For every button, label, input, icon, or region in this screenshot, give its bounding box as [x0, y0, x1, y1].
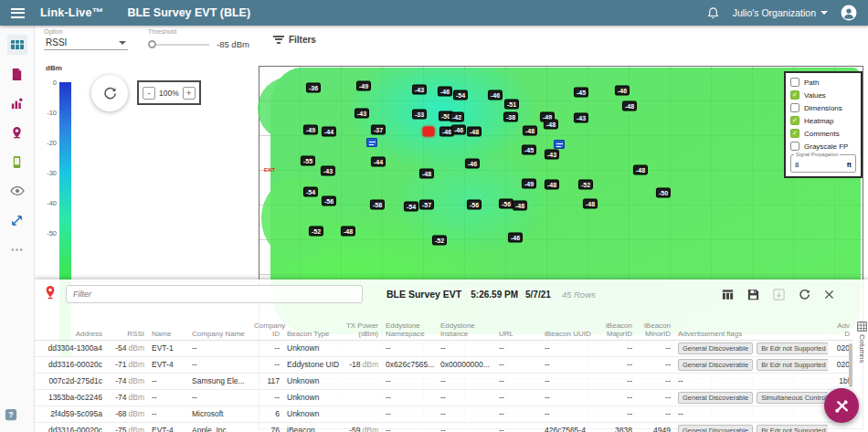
rssi-marker[interactable]: -56	[322, 196, 336, 206]
sidebar-item-discovery-eye[interactable]	[7, 181, 27, 201]
rssi-marker[interactable]: -46	[438, 87, 452, 97]
rssi-marker[interactable]: -42	[450, 112, 464, 122]
checkbox-unchecked-icon[interactable]	[790, 78, 799, 87]
save-icon[interactable]	[746, 288, 760, 301]
filters-button[interactable]: Filters	[273, 34, 316, 45]
columns-side-tab[interactable]: Columns	[857, 321, 867, 364]
legend-item-values[interactable]: ✓Values	[790, 90, 856, 100]
rssi-marker[interactable]: -48	[467, 127, 482, 137]
zoom-in-button[interactable]: +	[183, 87, 196, 100]
brand-logo[interactable]: Link-Live™	[40, 6, 103, 19]
rssi-marker[interactable]: -54	[303, 187, 318, 197]
sidebar-item-speedtest-arrows[interactable]	[7, 210, 27, 230]
rssi-marker[interactable]: -58	[370, 200, 385, 210]
sidebar-item-more[interactable]	[7, 239, 27, 259]
table-filter-input[interactable]	[66, 285, 363, 303]
checkbox-unchecked-icon[interactable]	[790, 142, 799, 151]
legend-item-heatmap[interactable]: ✓Heatmap	[790, 116, 856, 125]
column-header-company_name[interactable]: Company Name	[188, 309, 250, 340]
vertical-scrollbar-thumb[interactable]	[849, 343, 852, 387]
legend-item-dimensions[interactable]: Dimensions	[790, 103, 856, 112]
rssi-marker[interactable]: -48	[583, 199, 598, 209]
column-header-eddystone_namespace[interactable]: Eddystone Namespace	[382, 309, 437, 340]
rssi-marker[interactable]: -37	[371, 125, 386, 135]
rssi-marker[interactable]: -48	[544, 120, 558, 130]
comment-marker[interactable]	[554, 140, 565, 149]
table-row[interactable]: dd3316-00020c-71dBmEVT-4----Eddystone UI…	[35, 356, 853, 373]
threshold-slider-track[interactable]	[156, 44, 209, 46]
rssi-marker[interactable]: -44	[322, 127, 336, 137]
rssi-marker[interactable]: -43	[321, 166, 335, 176]
column-header-ibeacon_uuid[interactable]: iBeacon UUID	[541, 309, 596, 340]
rssi-marker[interactable]: -46	[615, 86, 630, 96]
notifications-bell-icon[interactable]	[706, 6, 720, 20]
rssi-marker[interactable]: -33	[412, 110, 427, 120]
sidebar-item-results-file[interactable]	[7, 64, 27, 84]
column-header-name[interactable]: Name	[148, 309, 188, 340]
rssi-marker[interactable]: -43	[355, 109, 369, 119]
signal-propagation-input[interactable]: 8	[795, 161, 799, 169]
table-row[interactable]: 2f4d59-5c095a-68dBm--Microsoft6Unknown--…	[35, 406, 853, 422]
column-header-url[interactable]: URL	[495, 309, 541, 340]
threshold-slider-thumb[interactable]	[148, 40, 156, 48]
sidebar-item-analysis-chart[interactable]	[7, 93, 27, 113]
rssi-marker[interactable]: -48	[523, 126, 537, 136]
organization-selector[interactable]: Julio's Organization	[733, 7, 828, 18]
rssi-marker[interactable]: -51	[504, 100, 519, 110]
rssi-marker[interactable]: -43	[574, 113, 588, 123]
rssi-marker[interactable]: -46	[465, 159, 480, 169]
table-row[interactable]: 1353ba-0c2246-74dBm------Unknown--------…	[35, 389, 853, 406]
column-header-address[interactable]: Address	[35, 309, 106, 340]
rssi-marker[interactable]: -49	[356, 81, 371, 91]
rssi-marker[interactable]: -48	[622, 101, 637, 111]
menu-icon[interactable]	[0, 5, 35, 20]
checkbox-checked-icon[interactable]: ✓	[790, 129, 799, 138]
column-header-ibeacon_minor[interactable]: iBeacon MinorID	[636, 309, 674, 340]
rssi-marker[interactable]: -49	[522, 179, 536, 189]
rssi-marker[interactable]: -52	[309, 227, 323, 237]
selected-marker[interactable]	[423, 127, 435, 137]
legend-item-grayscale-fp[interactable]: Grayscale FP	[790, 142, 856, 151]
sidebar-item-devices[interactable]	[7, 152, 27, 172]
column-header-ibeacon_major[interactable]: iBeacon MajorID	[596, 309, 636, 340]
column-header-eddystone_instance[interactable]: Eddystone Instance	[437, 309, 495, 340]
comment-marker[interactable]	[366, 138, 377, 147]
rssi-marker[interactable]: -52	[432, 236, 447, 246]
table-row[interactable]: 007c2d-275d1c-74dBm--Samsung Ele...117Un…	[35, 373, 853, 389]
rssi-marker[interactable]: -49	[303, 125, 318, 135]
column-header-beacon_type[interactable]: Beacon Type	[283, 309, 342, 340]
rssi-marker[interactable]: -54	[453, 90, 468, 100]
rssi-marker[interactable]: -54	[404, 202, 418, 212]
help-button[interactable]: ?	[5, 408, 17, 425]
map-refresh-button[interactable]	[91, 75, 128, 111]
rssi-marker[interactable]: -48	[513, 201, 527, 211]
option-select[interactable]: RSSI	[44, 35, 128, 50]
rssi-marker[interactable]: -46	[451, 125, 466, 135]
legend-item-path[interactable]: Path	[790, 78, 856, 87]
column-picker-icon[interactable]	[721, 288, 735, 301]
rssi-marker[interactable]: -48	[545, 180, 559, 190]
column-header-rssi[interactable]: RSSI	[106, 309, 148, 340]
rssi-marker[interactable]: -48	[633, 165, 648, 175]
rssi-marker[interactable]: -48	[341, 227, 355, 237]
tools-fab-button[interactable]	[824, 388, 859, 423]
checkbox-checked-icon[interactable]: ✓	[790, 90, 799, 100]
rssi-marker[interactable]: -52	[578, 180, 593, 190]
rssi-marker[interactable]: -38	[503, 112, 518, 122]
rssi-marker[interactable]: -50	[656, 188, 671, 198]
checkbox-unchecked-icon[interactable]	[790, 103, 799, 112]
user-avatar[interactable]	[841, 5, 857, 21]
rssi-marker[interactable]: -48	[419, 169, 434, 179]
column-header-tx_power[interactable]: TX Power (dBm)	[342, 309, 382, 340]
rssi-marker[interactable]: -55	[301, 156, 315, 166]
table-row[interactable]: dd3316-00020c-75dBmEVT-4Apple, Inc.76iBe…	[35, 422, 853, 432]
rssi-marker[interactable]: -43	[412, 85, 427, 95]
legend-item-comments[interactable]: ✓Comments	[790, 129, 856, 138]
rssi-marker[interactable]: -57	[419, 200, 434, 210]
column-header-flags[interactable]: Advertisement flags	[674, 309, 828, 340]
rssi-marker[interactable]: -56	[467, 200, 482, 210]
zoom-out-button[interactable]: -	[143, 87, 155, 100]
sidebar-item-dashboard[interactable]	[7, 35, 27, 55]
rssi-marker[interactable]: -56	[499, 199, 513, 209]
rssi-marker[interactable]: -44	[371, 157, 386, 167]
